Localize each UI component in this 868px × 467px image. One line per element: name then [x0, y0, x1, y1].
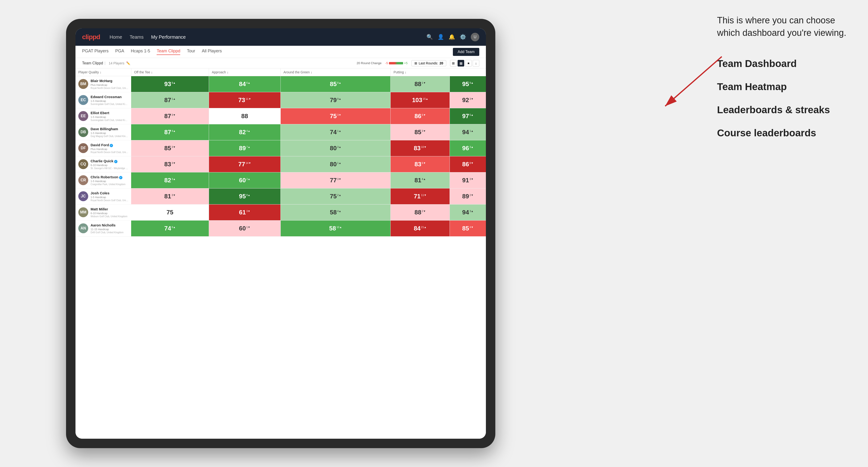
- table-row: DF David Ford✓ Plus Handicap Royal North…: [75, 140, 486, 156]
- score-value: 75: [166, 209, 173, 216]
- player-cell[interactable]: EC Edward Crossman 1-5 Handicap Sunningd…: [75, 92, 131, 108]
- team-count: 14 Players: [109, 61, 124, 65]
- player-cell[interactable]: CQ Charlie Quick✓ 6-10 Handicap St. Geor…: [75, 156, 131, 173]
- score-cell: 882▼: [391, 205, 450, 220]
- player-club: St. George's Hill GC - Weybridge - Surre…: [91, 167, 128, 170]
- score-cell: 874▲: [131, 124, 209, 140]
- score-value: 60: [239, 225, 246, 232]
- player-club: Royal North Devon Golf Club, United King…: [91, 199, 128, 202]
- player-cell[interactable]: DB Dave Billingham 1-5 Handicap Gog Mago…: [75, 124, 131, 140]
- player-avatar: BM: [78, 79, 88, 89]
- avatar[interactable]: U: [471, 33, 479, 41]
- search-icon[interactable]: 🔍: [427, 34, 433, 40]
- score-cell: 801▲: [280, 156, 391, 173]
- score-cell: 803▲: [280, 140, 391, 156]
- bell-icon[interactable]: 🔔: [448, 34, 455, 40]
- score-value: 94: [462, 129, 469, 135]
- score-cell: 941▲: [450, 124, 486, 140]
- add-team-button[interactable]: Add Team: [453, 48, 479, 56]
- table-row: DB Dave Billingham 1-5 Handicap Gog Mago…: [75, 124, 486, 140]
- player-cell[interactable]: JC Josh Coles 1-5 Handicap Royal North D…: [75, 188, 131, 205]
- tab-team-clippd[interactable]: Team Clippd: [157, 49, 180, 55]
- score-value: 75: [330, 113, 337, 120]
- tab-pga[interactable]: PGA: [115, 49, 124, 55]
- table-header: Player Quality ↓ Off the Tee ↓ Approach …: [75, 68, 486, 76]
- score-value: 58: [329, 225, 336, 232]
- table-body: BM Blair McHarg Plus Handicap Royal Nort…: [75, 76, 486, 237]
- player-cell[interactable]: BM Blair McHarg Plus Handicap Royal Nort…: [75, 76, 131, 92]
- player-cell[interactable]: CR Chris Robertson✓ 1-5 Handicap Craigmi…: [75, 173, 131, 188]
- player-info: David Ford✓ Plus Handicap Royal North De…: [91, 143, 128, 154]
- score-value: 80: [330, 161, 337, 168]
- settings-icon[interactable]: ⚙️: [460, 34, 466, 40]
- last-rounds-value: 20: [439, 61, 443, 65]
- tab-pgat[interactable]: PGAT Players: [82, 49, 108, 55]
- download-view-button[interactable]: ↓: [473, 60, 479, 66]
- score-value: 85: [330, 81, 337, 88]
- player-cell[interactable]: AN Aaron Nicholls 11-15 Handicap Drift G…: [75, 220, 131, 237]
- score-cell: 602▲: [209, 173, 280, 188]
- player-club: Sunningdale Golf Club, United Kingdom: [91, 102, 128, 106]
- score-cell: 814▲: [391, 173, 450, 188]
- table-row: CQ Charlie Quick✓ 6-10 Handicap St. Geor…: [75, 156, 486, 173]
- score-cell: 584▲: [280, 205, 391, 220]
- score-cell: 8421▲: [391, 220, 450, 237]
- score-cell: 613▼: [209, 205, 280, 220]
- player-name: David Ford✓: [91, 143, 128, 148]
- nav-link-home[interactable]: Home: [110, 34, 122, 40]
- grid-view-button[interactable]: ⊞: [450, 60, 457, 66]
- star-view-button[interactable]: ★: [465, 60, 472, 66]
- list-view-button[interactable]: ▦: [458, 60, 464, 66]
- score-cell: 10315▲: [391, 92, 450, 108]
- score-value: 93: [164, 81, 171, 88]
- score-value: 94: [462, 209, 469, 216]
- score-value: 60: [239, 177, 246, 184]
- table-row: BM Blair McHarg Plus Handicap Royal Nort…: [75, 76, 486, 92]
- score-value: 86: [462, 161, 469, 168]
- player-cell[interactable]: MM Matt Miller 6-10 Handicap Woburn Golf…: [75, 205, 131, 220]
- nav-link-performance[interactable]: My Performance: [151, 34, 186, 40]
- player-handicap: 11-15 Handicap: [91, 228, 124, 231]
- score-cell: 813▼: [131, 188, 209, 205]
- score-value: 82: [164, 177, 171, 184]
- dashboard-options: Team DashboardTeam HeatmapLeaderboards &…: [717, 58, 854, 139]
- tab-hcaps[interactable]: Hcaps 1-5: [131, 49, 150, 55]
- player-handicap: Plus Handicap: [91, 148, 128, 151]
- annotation-arrow-svg: [646, 52, 729, 111]
- score-value: 73: [238, 96, 245, 103]
- tab-tour[interactable]: Tour: [187, 49, 195, 55]
- table-row: EC Edward Crossman 1-5 Handicap Sunningd…: [75, 92, 486, 108]
- score-value: 92: [462, 96, 469, 103]
- player-cell[interactable]: DF David Ford✓ Plus Handicap Royal North…: [75, 140, 131, 156]
- player-info: Josh Coles 1-5 Handicap Royal North Devo…: [91, 191, 128, 202]
- score-value: 95: [239, 193, 246, 200]
- change-neg: -5: [385, 61, 388, 65]
- player-club: Gog Magog Golf Club, United Kingdom: [91, 135, 128, 138]
- score-value: 88: [414, 209, 421, 216]
- player-avatar: MM: [78, 207, 88, 217]
- col-player-quality-label: Player Quality ↓: [78, 70, 101, 74]
- score-value: 80: [330, 145, 337, 152]
- player-cell[interactable]: EE Elliot Ebert 1-5 Handicap Sunningdale…: [75, 108, 131, 124]
- dashboard-option: Leaderboards & streaks: [717, 104, 854, 116]
- nav-links: Home Teams My Performance: [110, 34, 427, 40]
- dashboard-option: Team Heatmap: [717, 81, 854, 92]
- score-cell: 7311▼: [209, 92, 280, 108]
- nav-link-teams[interactable]: Teams: [130, 34, 144, 40]
- score-value: 84: [239, 81, 246, 88]
- last-rounds-button[interactable]: ⊞ Last Rounds: 20: [411, 60, 446, 66]
- user-icon[interactable]: 👤: [437, 34, 444, 40]
- score-cell: 8310▼: [391, 140, 450, 156]
- tab-all-players[interactable]: All Players: [202, 49, 222, 55]
- player-info: Matt Miller 6-10 Handicap Woburn Golf Cl…: [91, 207, 127, 218]
- player-name: Charlie Quick✓: [91, 159, 128, 163]
- player-info: Charlie Quick✓ 6-10 Handicap St. George'…: [91, 159, 128, 170]
- score-cell: 866▼: [391, 108, 450, 124]
- score-cell: 939▲: [131, 76, 209, 92]
- table-row: MM Matt Miller 6-10 Handicap Woburn Golf…: [75, 205, 486, 220]
- score-value: 91: [462, 177, 469, 184]
- score-cell: 833▼: [131, 156, 209, 173]
- score-value: 85: [164, 145, 171, 152]
- edit-icon[interactable]: ✏️: [126, 61, 130, 65]
- player-name: Edward Crossman: [91, 95, 128, 99]
